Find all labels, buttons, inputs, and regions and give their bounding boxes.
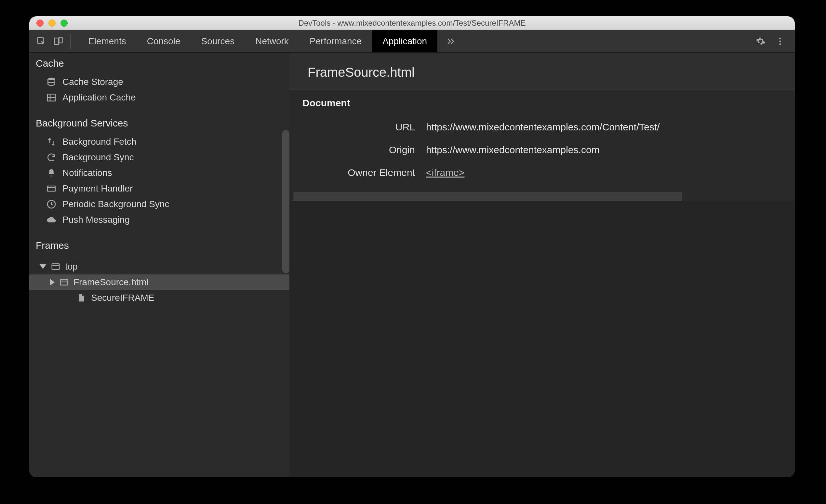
- tab-label: Elements: [88, 36, 126, 47]
- sidebar-item-payment-handler[interactable]: Payment Handler: [29, 181, 289, 196]
- sidebar-item-application-cache[interactable]: Application Cache: [29, 90, 289, 105]
- application-sidebar: Cache Cache Storage Application Cache Ba…: [29, 53, 289, 477]
- sidebar-item-periodic-background-sync[interactable]: Periodic Background Sync: [29, 196, 289, 212]
- horizontal-scrollbar[interactable]: [293, 192, 791, 201]
- tree-row-top[interactable]: top: [29, 259, 289, 274]
- row-value: https://www.mixedcontentexamples.com: [426, 144, 795, 155]
- inspect-icon[interactable]: [37, 37, 46, 46]
- tree-row-framesource[interactable]: FrameSource.html: [29, 274, 289, 290]
- svg-point-6: [48, 78, 55, 80]
- tab-console[interactable]: Console: [136, 30, 191, 52]
- tree-label: top: [65, 261, 78, 272]
- file-icon: [77, 293, 86, 303]
- tab-sources[interactable]: Sources: [190, 30, 245, 52]
- row-key: URL: [289, 122, 426, 133]
- minimize-window-button[interactable]: [49, 19, 56, 27]
- frame-details-panel: FrameSource.html Document URL https://ww…: [289, 53, 795, 477]
- frame-heading: FrameSource.html: [289, 53, 795, 90]
- svg-rect-10: [48, 186, 55, 191]
- sidebar-item-label: Periodic Background Sync: [62, 199, 169, 209]
- row-key: Origin: [289, 144, 426, 155]
- tab-label: Application: [382, 36, 427, 47]
- card-icon: [46, 183, 57, 194]
- tab-application[interactable]: Application: [372, 30, 437, 52]
- sidebar-section-title: Cache: [29, 53, 289, 74]
- clock-icon: [46, 199, 57, 209]
- chevron-down-icon[interactable]: [40, 264, 46, 269]
- devtools-window: DevTools - www.mixedcontentexamples.com/…: [29, 16, 795, 477]
- device-toggle-icon[interactable]: [53, 37, 63, 46]
- tab-elements[interactable]: Elements: [78, 30, 136, 52]
- cloud-icon: [46, 214, 57, 225]
- tab-network[interactable]: Network: [245, 30, 299, 52]
- sidebar-item-notifications[interactable]: Notifications: [29, 165, 289, 181]
- window-title: DevTools - www.mixedcontentexamples.com/…: [29, 18, 795, 27]
- close-window-button[interactable]: [37, 19, 44, 27]
- sidebar-item-label: Payment Handler: [62, 183, 133, 194]
- svg-point-4: [779, 40, 781, 42]
- tree-row-secureiframe[interactable]: SecureIFRAME: [29, 290, 289, 306]
- divider: [70, 34, 71, 49]
- sidebar-item-push-messaging[interactable]: Push Messaging: [29, 212, 289, 228]
- sidebar-item-label: Background Fetch: [62, 137, 136, 147]
- sidebar-item-label: Background Sync: [62, 152, 134, 163]
- panel-body: Cache Cache Storage Application Cache Ba…: [29, 53, 795, 477]
- frames-tree: top FrameSource.html SecureIFRAME: [29, 256, 289, 306]
- tab-label: Sources: [201, 36, 234, 47]
- owner-element-link[interactable]: <iframe>: [426, 167, 464, 178]
- sidebar-item-background-fetch[interactable]: Background Fetch: [29, 134, 289, 149]
- document-section-title: Document: [289, 90, 795, 116]
- svg-rect-2: [59, 37, 62, 43]
- svg-point-3: [779, 38, 781, 39]
- svg-rect-15: [60, 279, 68, 285]
- sidebar-item-background-sync[interactable]: Background Sync: [29, 149, 289, 165]
- kebab-menu-icon[interactable]: [775, 37, 785, 46]
- svg-point-5: [779, 43, 781, 45]
- updown-icon: [46, 137, 57, 147]
- tab-performance[interactable]: Performance: [299, 30, 372, 52]
- chevron-double-right-icon: [446, 37, 456, 46]
- chevron-right-icon[interactable]: [50, 279, 55, 286]
- zoom-window-button[interactable]: [60, 19, 68, 27]
- tree-label: FrameSource.html: [73, 277, 148, 288]
- traffic-lights: [37, 19, 68, 27]
- svg-rect-13: [52, 264, 60, 269]
- sidebar-item-label: Notifications: [62, 168, 112, 178]
- sidebar-item-label: Application Cache: [62, 92, 136, 103]
- grid-icon: [46, 92, 57, 103]
- row-origin: Origin https://www.mixedcontentexamples.…: [289, 138, 795, 161]
- sidebar-item-cache-storage[interactable]: Cache Storage: [29, 74, 289, 90]
- tab-label: Performance: [310, 36, 362, 47]
- sidebar-section-title: Background Services: [29, 113, 289, 134]
- refresh-icon: [46, 152, 57, 163]
- window-icon: [51, 262, 60, 271]
- sidebar-item-label: Push Messaging: [62, 214, 130, 225]
- tree-label: SecureIFRAME: [91, 293, 155, 303]
- titlebar: DevTools - www.mixedcontentexamples.com/…: [29, 16, 795, 30]
- sidebar-item-label: Cache Storage: [62, 77, 123, 87]
- sidebar-scrollbar-thumb[interactable]: [282, 130, 289, 273]
- bell-icon: [46, 168, 57, 178]
- row-url: URL https://www.mixedcontentexamples.com…: [289, 116, 795, 138]
- row-key: Owner Element: [289, 167, 426, 178]
- row-owner-element: Owner Element <iframe>: [289, 161, 795, 184]
- svg-rect-1: [55, 38, 59, 45]
- sidebar-section-title: Frames: [29, 235, 289, 256]
- tab-label: Console: [147, 36, 180, 47]
- database-icon: [46, 77, 57, 87]
- row-value: https://www.mixedcontentexamples.com/Con…: [426, 122, 795, 133]
- scrollbar-thumb[interactable]: [293, 192, 682, 201]
- tab-left-icons: [29, 30, 78, 52]
- tab-strip: Elements Console Sources Network Perform…: [29, 30, 795, 53]
- gear-icon[interactable]: [756, 37, 766, 46]
- window-icon: [59, 277, 69, 287]
- tab-label: Network: [255, 36, 289, 47]
- tabs-overflow-button[interactable]: [437, 30, 464, 52]
